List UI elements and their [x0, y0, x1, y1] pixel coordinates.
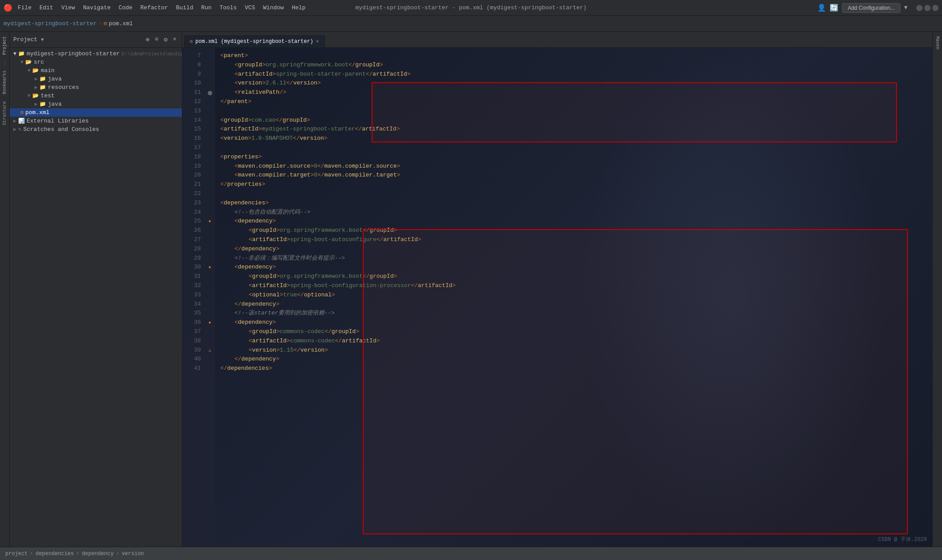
bracket: > — [258, 153, 262, 162]
sync-icon[interactable]: 🔄 — [830, 4, 838, 12]
menu-build[interactable]: Build — [173, 3, 197, 13]
bracket: > — [276, 226, 280, 235]
bracket: > — [262, 61, 265, 70]
bracket: > — [248, 116, 251, 125]
menu-code[interactable]: Code — [115, 3, 136, 13]
menu-file[interactable]: File — [14, 3, 35, 13]
src-expand-icon: ▼ — [20, 59, 23, 65]
tag: groupId — [238, 61, 262, 70]
menu-window[interactable]: Window — [260, 3, 288, 13]
settings-icon[interactable]: ⚙ — [162, 35, 169, 44]
tree-src[interactable]: ▼ 📂 src — [10, 58, 182, 66]
java-expand-icon: ▶ — [35, 76, 38, 82]
line-37: 37 — [182, 327, 201, 337]
tree-root[interactable]: ▼ 📁 mydigest-springboot-starter D:\IdeaP… — [10, 50, 182, 58]
scope-icon[interactable]: ⊕ — [144, 35, 151, 44]
value: com.cao — [251, 116, 276, 125]
left-tab-structure[interactable]: Structure — [1, 99, 8, 128]
bracket: > — [418, 235, 421, 245]
line-26: 26 — [182, 226, 201, 235]
breadcrumb-file[interactable]: pom.xml — [109, 20, 133, 27]
value: mydigest-springboot-starter — [262, 125, 355, 134]
menu-view[interactable]: View — [58, 3, 78, 13]
bracket: < — [235, 70, 238, 79]
app-icon: 🔴 — [4, 4, 12, 12]
menu-refactor[interactable]: Refactor — [137, 3, 171, 13]
line-41: 41 — [182, 364, 201, 373]
gutter-29 — [204, 254, 215, 263]
test-folder-icon: 📂 — [32, 92, 39, 99]
tag: groupId — [282, 116, 307, 125]
panel-dropdown-icon[interactable]: ▼ — [41, 37, 44, 42]
status-dependency[interactable]: dependency — [82, 551, 114, 557]
breadcrumb-project[interactable]: mydigest-springboot-starter — [4, 20, 97, 27]
menu-edit[interactable]: Edit — [36, 3, 57, 13]
status-project[interactable]: project — [5, 551, 27, 557]
menu-tools[interactable]: Tools — [216, 3, 240, 13]
status-version[interactable]: version — [122, 551, 144, 557]
tree-ext-libs[interactable]: ▶ 📊 External Libraries — [10, 117, 182, 125]
code-line-9: <artifactId>spring-boot-starter-parent</… — [220, 70, 927, 79]
dropdown-arrow-icon[interactable]: ▼ — [904, 4, 907, 11]
profile-icon[interactable]: 👤 — [817, 4, 826, 12]
status-bar: project › dependencies › dependency › ve… — [0, 547, 942, 560]
close-button[interactable] — [932, 5, 938, 11]
menu-help[interactable]: Help — [288, 3, 309, 13]
tree-scratches[interactable]: ▶ ✎ Scratches and Consoles — [10, 125, 182, 134]
tree-resources[interactable]: ▶ 📁 resources — [10, 83, 182, 92]
bracket: < — [235, 79, 238, 88]
line-35: 35 — [182, 309, 201, 318]
bracket: > — [380, 61, 383, 70]
tree-test-java[interactable]: ▶ 📁 java — [10, 100, 182, 108]
code-line-33: <optional>true</optional> — [220, 291, 927, 300]
gutter-20 — [204, 171, 215, 180]
tree-pom[interactable]: m pom.xml — [10, 108, 182, 117]
value: commons-codec — [280, 327, 324, 337]
code-line-15: <artifactId>mydigest-springboot-starter<… — [220, 125, 927, 134]
java-label: java — [48, 76, 62, 82]
root-label: mydigest-springboot-starter — [27, 50, 120, 57]
tree-test[interactable]: ▼ 📂 test — [10, 92, 182, 100]
run-config-button[interactable]: Add Configuration... — [842, 3, 900, 13]
right-tab-maven[interactable]: Maven — [934, 34, 941, 52]
gutter-15 — [204, 125, 215, 134]
tab-bar: m pom.xml (mydigest-springboot-starter) … — [182, 32, 932, 48]
code-line-22 — [220, 189, 927, 199]
line-20: 20 — [182, 171, 201, 180]
editor-area: m pom.xml (mydigest-springboot-starter) … — [182, 32, 932, 547]
code-line-36: <dependency> — [220, 318, 927, 327]
left-tab-bookmarks[interactable]: Bookmarks — [1, 68, 8, 97]
menu-vcs[interactable]: VCS — [241, 3, 258, 13]
menu-run[interactable]: Run — [198, 3, 215, 13]
bracket: > — [276, 327, 280, 337]
collapse-icon[interactable]: ≡ — [153, 35, 160, 44]
minimize-button[interactable] — [916, 5, 923, 11]
status-dependencies[interactable]: dependencies — [35, 551, 73, 557]
tag: groupId — [252, 327, 277, 337]
tag: version — [238, 79, 262, 88]
tree-main[interactable]: ▼ 📂 main — [10, 66, 182, 75]
code-line-14: <groupId>com.cao</groupId> — [220, 116, 927, 125]
gutter-33 — [204, 291, 215, 300]
editor-scroll[interactable]: 7 8 9 10 11 12 13 14 15 16 17 18 19 20 2… — [182, 48, 932, 547]
left-tab-project[interactable]: Project — [1, 34, 8, 58]
resources-folder-icon: 📁 — [39, 84, 46, 91]
maximize-button[interactable] — [924, 5, 930, 11]
tag: parent — [227, 97, 248, 107]
gutter-23 — [204, 199, 215, 208]
pom-tab[interactable]: m pom.xml (mydigest-springboot-starter) … — [184, 35, 325, 47]
gutter-17 — [204, 143, 215, 153]
hide-panel-icon[interactable]: × — [171, 35, 178, 44]
code-area[interactable]: <parent> <groupId>org.springframework.bo… — [215, 48, 932, 547]
line-27: 27 — [182, 235, 201, 245]
breadcrumb-file-icon: m — [104, 21, 107, 27]
tag: version — [300, 346, 325, 355]
tag: maven.compiler.source — [238, 162, 311, 171]
gutter-18 — [204, 153, 215, 162]
tree-java[interactable]: ▶ 📁 java — [10, 75, 182, 83]
menu-navigate[interactable]: Navigate — [80, 3, 114, 13]
fold-11[interactable]: ⬤ — [208, 90, 212, 96]
comment: <!--该starter要用到的加密依赖--> — [235, 309, 335, 318]
tab-close-button[interactable]: × — [316, 39, 319, 44]
gutter: ⬤ ● — [204, 48, 215, 547]
